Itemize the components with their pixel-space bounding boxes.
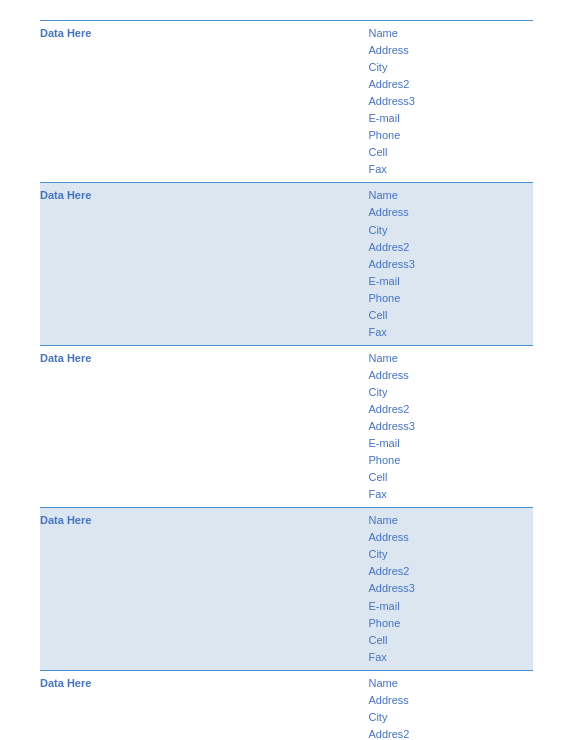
- field-item: Address3: [368, 256, 533, 273]
- field-item: E-mail: [368, 110, 533, 127]
- contacts-table: Data HereNameAddressCityAddres2Address3E…: [40, 21, 533, 740]
- field-item: Address: [368, 42, 533, 59]
- field-item: Address: [368, 367, 533, 384]
- field-item: Cell: [368, 144, 533, 161]
- fields-cell-2: NameAddressCityAddres2Address3E-mailPhon…: [360, 183, 533, 345]
- field-item: Name: [368, 675, 533, 692]
- field-item: City: [368, 709, 533, 726]
- field-item: City: [368, 546, 533, 563]
- field-item: E-mail: [368, 435, 533, 452]
- field-item: Name: [368, 512, 533, 529]
- field-item: Addres2: [368, 726, 533, 740]
- data-cell-5: Data Here: [40, 670, 360, 740]
- table-row: Data HereNameAddressCityAddres2Address3E…: [40, 670, 533, 740]
- field-item: Phone: [368, 452, 533, 469]
- table-row: Data HereNameAddressCityAddres2Address3E…: [40, 21, 533, 183]
- field-item: Phone: [368, 127, 533, 144]
- data-cell-1: Data Here: [40, 21, 360, 183]
- field-item: Name: [368, 187, 533, 204]
- table-row: Data HereNameAddressCityAddres2Address3E…: [40, 508, 533, 670]
- field-item: Address3: [368, 418, 533, 435]
- data-cell-2: Data Here: [40, 183, 360, 345]
- field-item: Cell: [368, 632, 533, 649]
- field-item: Address: [368, 692, 533, 709]
- field-item: City: [368, 59, 533, 76]
- field-item: Addres2: [368, 401, 533, 418]
- page: Data HereNameAddressCityAddres2Address3E…: [0, 0, 573, 740]
- field-item: E-mail: [368, 273, 533, 290]
- field-item: Name: [368, 25, 533, 42]
- field-item: Name: [368, 350, 533, 367]
- field-item: Address: [368, 529, 533, 546]
- fields-cell-4: NameAddressCityAddres2Address3E-mailPhon…: [360, 508, 533, 670]
- field-item: Phone: [368, 615, 533, 632]
- field-item: City: [368, 384, 533, 401]
- field-item: Address3: [368, 93, 533, 110]
- field-item: Address: [368, 204, 533, 221]
- fields-cell-5: NameAddressCityAddres2Address3E-mailPhon…: [360, 670, 533, 740]
- field-item: Phone: [368, 290, 533, 307]
- field-item: City: [368, 222, 533, 239]
- field-item: Addres2: [368, 563, 533, 580]
- field-item: Fax: [368, 486, 533, 503]
- fields-cell-1: NameAddressCityAddres2Address3E-mailPhon…: [360, 21, 533, 183]
- field-item: Addres2: [368, 76, 533, 93]
- field-item: Addres2: [368, 239, 533, 256]
- field-item: Cell: [368, 469, 533, 486]
- table-row: Data HereNameAddressCityAddres2Address3E…: [40, 345, 533, 507]
- field-item: Fax: [368, 324, 533, 341]
- fields-cell-3: NameAddressCityAddres2Address3E-mailPhon…: [360, 345, 533, 507]
- data-cell-3: Data Here: [40, 345, 360, 507]
- field-item: E-mail: [368, 598, 533, 615]
- field-item: Cell: [368, 307, 533, 324]
- field-item: Fax: [368, 161, 533, 178]
- field-item: Fax: [368, 649, 533, 666]
- data-cell-4: Data Here: [40, 508, 360, 670]
- table-row: Data HereNameAddressCityAddres2Address3E…: [40, 183, 533, 345]
- field-item: Address3: [368, 580, 533, 597]
